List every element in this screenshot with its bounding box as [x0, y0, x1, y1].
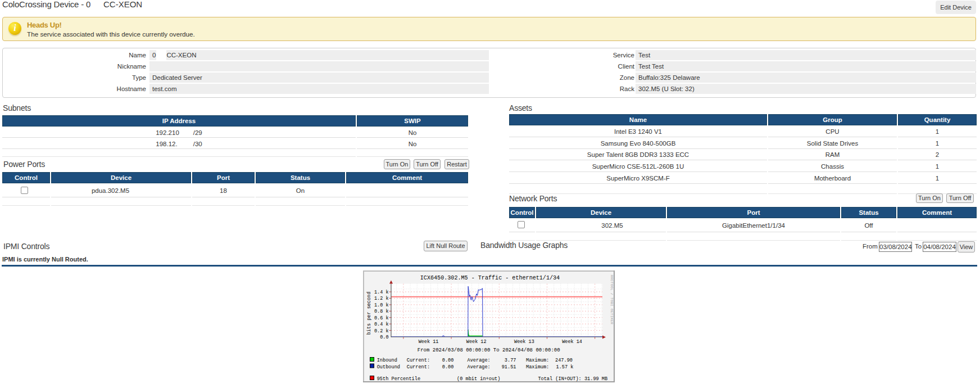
svg-text:0.0: 0.0 — [380, 335, 388, 340]
svg-text:0.00: 0.00 — [442, 364, 454, 370]
svg-text:95th Percentile: 95th Percentile — [377, 376, 420, 382]
svg-text:Maximum:: Maximum: — [526, 364, 549, 370]
svg-text:Week 13: Week 13 — [514, 339, 534, 345]
svg-text:3.77: 3.77 — [505, 358, 516, 363]
svg-text:0.8 k: 0.8 k — [374, 309, 389, 314]
svg-text:Maximum:: Maximum: — [526, 358, 549, 363]
svg-text:91.51: 91.51 — [502, 364, 516, 370]
svg-text:Total (IN+OUT): 31.99 MB: Total (IN+OUT): 31.99 MB — [538, 376, 607, 382]
svg-text:Current:: Current: — [407, 358, 430, 363]
svg-text:Week 12: Week 12 — [466, 339, 487, 345]
svg-text:Outbound: Outbound — [377, 364, 400, 370]
svg-text:Inbound: Inbound — [377, 358, 397, 363]
svg-text:0.2 k: 0.2 k — [374, 328, 389, 334]
svg-text:0.6 k: 0.6 k — [374, 315, 389, 321]
svg-text:RRDTOOL / TOBI OETIKER: RRDTOOL / TOBI OETIKER — [610, 275, 614, 324]
svg-text:ICX6450.302.M5 - Traffic - eth: ICX6450.302.M5 - Traffic - ethernet1/1/3… — [420, 275, 560, 281]
svg-text:247.90: 247.90 — [555, 358, 573, 363]
svg-text:1.4 k: 1.4 k — [374, 290, 389, 295]
svg-text:1.2 k: 1.2 k — [374, 296, 389, 301]
svg-text:(0 mbit in+out): (0 mbit in+out) — [457, 376, 500, 382]
svg-text:Week 14: Week 14 — [562, 339, 582, 345]
svg-text:Average:: Average: — [468, 364, 491, 370]
svg-text:1.57 k: 1.57 k — [556, 364, 574, 370]
svg-text:Average:: Average: — [468, 358, 491, 363]
svg-text:1.0 k: 1.0 k — [374, 303, 389, 308]
svg-text:0.00: 0.00 — [442, 358, 454, 363]
svg-text:From 2024/03/08 00:00:00 To 20: From 2024/03/08 00:00:00 To 2024/04/08 0… — [418, 348, 560, 353]
svg-text:bits per second: bits per second — [366, 292, 372, 335]
svg-text:Current:: Current: — [407, 364, 430, 370]
svg-text:Week 11: Week 11 — [419, 339, 439, 345]
svg-text:0.4 k: 0.4 k — [374, 322, 389, 327]
